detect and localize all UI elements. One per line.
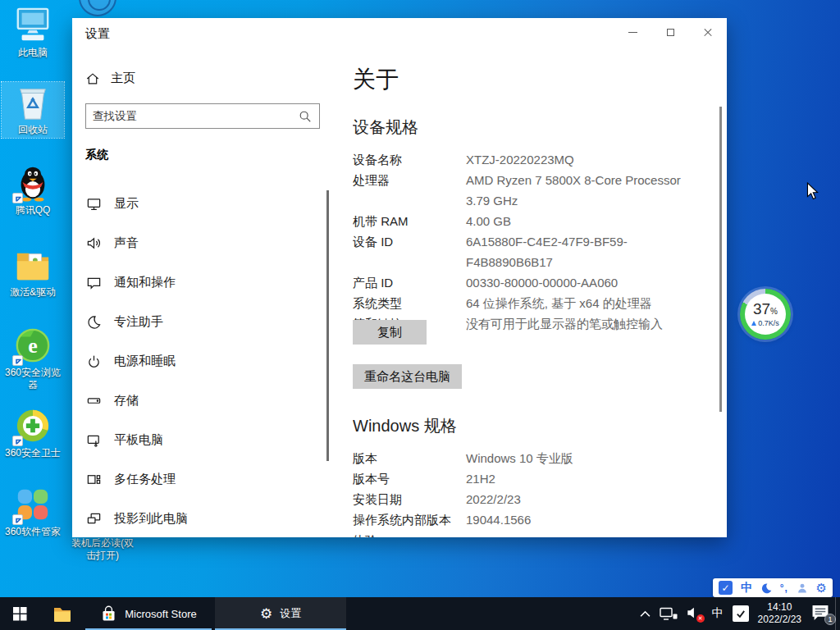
tablet-icon bbox=[86, 432, 102, 448]
shortcut-arrow-icon bbox=[12, 436, 23, 446]
fullwidth-moon-icon[interactable] bbox=[760, 582, 772, 594]
spec-value: 6A15880F-C4E2-47F9-BF59-F4B8890B6B17 bbox=[466, 231, 712, 272]
nav-label: 专注助手 bbox=[114, 314, 163, 330]
nav-label: 通知和操作 bbox=[114, 275, 176, 290]
spec-value: 21H2 bbox=[466, 468, 495, 489]
desktop-icon-label: 腾讯QQ bbox=[0, 204, 66, 217]
rename-pc-button[interactable]: 重命名这台电脑 bbox=[353, 364, 462, 389]
ime-tray-icon[interactable] bbox=[733, 605, 749, 622]
nav-label: 电源和睡眠 bbox=[114, 354, 176, 369]
settings-sidebar: 主页 系统 显示 声音 bbox=[72, 18, 331, 537]
taskbar-button-microsoft-store[interactable]: Microsoft Store bbox=[85, 597, 212, 630]
ime-toolbar: ✓ 中 °, ⚙ bbox=[713, 578, 833, 597]
show-desktop-button[interactable] bbox=[835, 597, 840, 630]
device-spec-heading: 设备规格 bbox=[353, 116, 418, 139]
search-icon[interactable] bbox=[299, 110, 312, 123]
desktop-icon-label: 此电脑 bbox=[0, 47, 66, 59]
tray-chevron-up-icon[interactable] bbox=[640, 610, 651, 618]
device-spec-rows: 设备名称XTZJ-20220223MQ 处理器AMD Ryzen 7 5800X… bbox=[353, 149, 714, 334]
ime-logo-icon[interactable]: ✓ bbox=[719, 581, 733, 595]
punctuation-mode-icon[interactable]: °, bbox=[780, 582, 788, 594]
hidden-desktop-icon bbox=[79, 0, 116, 16]
upload-speed: 0.7K/s bbox=[758, 319, 779, 327]
sidebar-item-sound[interactable]: 声音 bbox=[72, 226, 328, 259]
sidebar-item-tablet[interactable]: 平板电脑 bbox=[72, 423, 328, 456]
taskbar-button-label: 设置 bbox=[280, 606, 301, 621]
percent-unit: % bbox=[770, 307, 778, 316]
ime-chinese-mode[interactable]: 中 bbox=[741, 581, 752, 596]
sidebar-item-power-sleep[interactable]: 电源和睡眠 bbox=[72, 345, 328, 377]
home-icon bbox=[85, 71, 100, 86]
network-icon[interactable] bbox=[660, 607, 678, 621]
desktop-icon-drivers-folder[interactable]: 激活&驱动 bbox=[0, 246, 66, 299]
desktop-icon-360-safeguard[interactable]: 360安全卫士 bbox=[0, 407, 66, 459]
system-tray: ✕ 中 14:10 2022/2/23 1 bbox=[640, 597, 832, 630]
taskbar-clock[interactable]: 14:10 2022/2/23 bbox=[758, 601, 801, 626]
desktop-icon-label: 360安全浏览器 bbox=[0, 367, 66, 391]
sidebar-item-notifications[interactable]: 通知和操作 bbox=[72, 266, 328, 299]
shortcut-arrow-icon bbox=[12, 193, 23, 203]
content-scrollbar[interactable] bbox=[719, 107, 722, 412]
spec-label: 安装日期 bbox=[353, 489, 466, 509]
storage-icon bbox=[86, 393, 102, 409]
desktop-icon-recycle-bin[interactable]: 回收站 bbox=[2, 82, 64, 138]
spec-row: 产品 ID00330-80000-00000-AA060 bbox=[353, 272, 714, 293]
ime-settings-gear-icon[interactable]: ⚙ bbox=[816, 582, 827, 594]
microsoft-store-icon bbox=[100, 605, 117, 623]
desktop-icon-360-software-manager[interactable]: 360软件管家 bbox=[0, 486, 66, 538]
spec-row: 设备 ID6A15880F-C4E2-47F9-BF59-F4B8890B6B1… bbox=[353, 231, 714, 272]
volume-mute-badge: ✕ bbox=[696, 614, 705, 623]
spec-value: AMD Ryzen 7 5800X 8-Core Processor 3.79 … bbox=[466, 170, 681, 211]
sidebar-item-home[interactable]: 主页 bbox=[85, 71, 135, 86]
sidebar-home-label: 主页 bbox=[111, 71, 135, 86]
file-explorer-button[interactable] bbox=[43, 597, 82, 630]
mouse-cursor bbox=[806, 182, 819, 200]
ime-mode-indicator[interactable]: 中 bbox=[712, 606, 724, 621]
spec-label: 版本 bbox=[353, 448, 466, 468]
desktop-icon-this-pc[interactable]: 此电脑 bbox=[0, 7, 66, 59]
windows-logo-icon bbox=[13, 607, 27, 621]
spec-label: 产品 ID bbox=[353, 272, 466, 293]
start-button[interactable] bbox=[0, 597, 39, 630]
desktop-icon-label: 激活&驱动 bbox=[0, 286, 66, 299]
action-center-button[interactable]: 1 bbox=[810, 604, 832, 623]
recycle-bin-icon bbox=[14, 84, 52, 121]
desktop-icon-tencent-qq[interactable]: 腾讯QQ bbox=[0, 164, 66, 217]
copy-button[interactable]: 复制 bbox=[353, 320, 427, 345]
spec-row: 机带 RAM4.00 GB bbox=[353, 211, 714, 231]
search-input[interactable] bbox=[86, 110, 299, 122]
settings-gear-icon: ⚙ bbox=[260, 607, 272, 621]
user-icon[interactable] bbox=[797, 582, 808, 594]
desktop-icon-360-browser[interactable]: e 360安全浏览器 bbox=[0, 326, 66, 391]
desktop-icon-readme-label[interactable]: 装机后必读(双击打开) bbox=[71, 537, 135, 562]
nav-label: 投影到此电脑 bbox=[114, 511, 188, 527]
spec-value: XTZJ-20220223MQ bbox=[466, 149, 574, 170]
windows-spec-rows: 版本Windows 10 专业版 版本号21H2 安装日期2022/2/23 操… bbox=[353, 448, 714, 537]
sidebar-item-multitasking[interactable]: 多任务处理 bbox=[72, 463, 328, 495]
windows-spec-heading: Windows 规格 bbox=[353, 415, 457, 437]
sidebar-item-storage[interactable]: 存储 bbox=[72, 384, 328, 417]
spec-label: 体验 bbox=[353, 530, 466, 537]
spec-label: 操作系统内部版本 bbox=[353, 509, 466, 530]
sidebar-item-projecting[interactable]: 投影到此电脑 bbox=[72, 502, 328, 535]
360-browser-icon: e bbox=[14, 326, 52, 364]
sidebar-item-display[interactable]: 显示 bbox=[72, 187, 328, 220]
spec-row: 操作系统内部版本19044.1566 bbox=[353, 509, 714, 530]
display-icon bbox=[86, 196, 102, 212]
upload-arrow-icon bbox=[751, 321, 756, 326]
desktop-icon-label: 360安全卫士 bbox=[0, 447, 66, 459]
speed-ball-widget[interactable]: 37% 0.7K/s bbox=[740, 289, 791, 340]
360-safeguard-icon bbox=[14, 407, 52, 445]
nav-label: 声音 bbox=[114, 235, 139, 251]
spec-row: 版本号21H2 bbox=[353, 468, 714, 489]
volume-muted-icon[interactable]: ✕ bbox=[687, 606, 703, 621]
sidebar-item-focus-assist[interactable]: 专注助手 bbox=[72, 305, 328, 338]
360-software-manager-icon bbox=[14, 486, 52, 523]
sidebar-nav: 显示 声音 通知和操作 专注助手 电源和睡眠 bbox=[72, 187, 328, 535]
sidebar-scrollbar[interactable] bbox=[326, 190, 329, 461]
spec-row: 安装日期2022/2/23 bbox=[353, 489, 714, 509]
spec-row: 版本Windows 10 专业版 bbox=[353, 448, 714, 468]
spec-row: 系统类型64 位操作系统, 基于 x64 的处理器 bbox=[353, 293, 714, 313]
taskbar-button-settings[interactable]: ⚙ 设置 bbox=[215, 597, 346, 630]
nav-label: 平板电脑 bbox=[114, 432, 163, 448]
